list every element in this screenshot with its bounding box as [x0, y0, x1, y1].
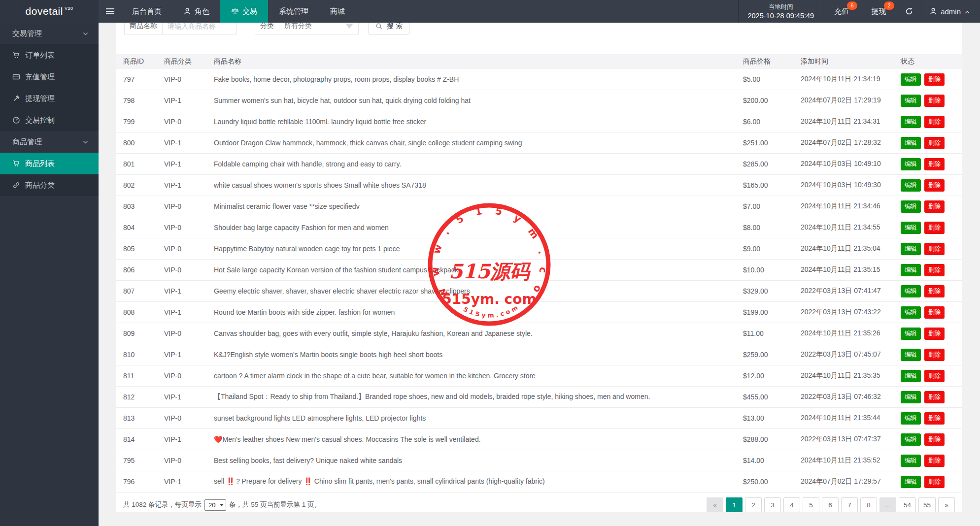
category-label: 分类	[255, 23, 279, 34]
cell-product-id: 810	[116, 344, 164, 365]
delete-button[interactable]: 删除	[924, 349, 945, 361]
sidebar-item-product-list[interactable]: 商品列表	[0, 153, 99, 174]
recharge-link[interactable]: 充值 6	[823, 0, 860, 23]
nav-item-mall[interactable]: 商城	[319, 0, 356, 23]
table-footer: 共 1082 条记录，每页显示 20 条，共 55 页当前显示第 1 页。 «1…	[123, 497, 955, 512]
delete-button[interactable]: 删除	[924, 179, 945, 192]
search-button[interactable]: 搜 索	[369, 23, 409, 34]
topbar: dovetail V20 后台首页角色交易系统管理商城 当地时间 2025-10…	[0, 0, 980, 23]
edit-button[interactable]: 编辑	[901, 391, 921, 403]
page-button-p2[interactable]: 2	[745, 497, 762, 512]
chevron-down-icon	[345, 24, 353, 29]
page-button-prev[interactable]: «	[707, 497, 723, 512]
cell-added-time: 2022年03月13日 07:47:37	[801, 429, 901, 450]
delete-button[interactable]: 删除	[924, 391, 945, 403]
edit-button[interactable]: 编辑	[901, 200, 921, 213]
edit-button[interactable]: 编辑	[901, 476, 921, 488]
chevdown-icon	[82, 31, 89, 37]
edit-button[interactable]: 编辑	[901, 222, 921, 234]
col-product-price: 商品价格	[743, 54, 801, 69]
delete-button[interactable]: 删除	[924, 222, 945, 234]
cell-added-time: 2024年10月11日 21:34:19	[801, 69, 901, 90]
edit-button[interactable]: 编辑	[901, 412, 921, 425]
delete-button[interactable]: 删除	[924, 95, 945, 107]
edit-button[interactable]: 编辑	[901, 264, 921, 276]
edit-button[interactable]: 编辑	[901, 328, 921, 340]
edit-button[interactable]: 编辑	[901, 137, 921, 149]
delete-button[interactable]: 删除	[924, 306, 945, 319]
edit-button[interactable]: 编辑	[901, 433, 921, 446]
cell-status: 编辑删除	[901, 429, 962, 450]
page-button-gap[interactable]: ...	[879, 497, 896, 512]
product-table-body: 797VIP-0Fake books, home decor, photogra…	[116, 69, 962, 493]
delete-button[interactable]: 删除	[924, 137, 945, 149]
page-button-p3[interactable]: 3	[764, 497, 781, 512]
nav-item-home[interactable]: 后台首页	[121, 0, 172, 23]
product-name-input[interactable]	[162, 23, 237, 34]
page-button-p1[interactable]: 1	[726, 497, 743, 512]
sidebar-group-trade-mgmt[interactable]: 交易管理	[0, 23, 99, 44]
sidebar-group-product-mgmt[interactable]: 商品管理	[0, 131, 99, 153]
refresh-button[interactable]	[897, 0, 921, 23]
admin-menu[interactable]: admin	[921, 0, 980, 23]
delete-button[interactable]: 删除	[924, 328, 945, 340]
delete-button[interactable]: 删除	[924, 285, 945, 297]
sidebar-item-recharge-mgmt[interactable]: 充值管理	[0, 66, 99, 88]
nav-item-trade[interactable]: 交易	[220, 0, 268, 23]
page-button-p8[interactable]: 8	[860, 497, 877, 512]
sidebar-item-order-list[interactable]: 订单列表	[0, 44, 99, 66]
page-button-p6[interactable]: 6	[822, 497, 839, 512]
nav-item-label: 后台首页	[132, 7, 162, 16]
cell-product-id: 797	[116, 69, 164, 90]
nav-item-system[interactable]: 系统管理	[268, 0, 319, 23]
page-button-p5[interactable]: 5	[803, 497, 819, 512]
delete-button[interactable]: 删除	[924, 158, 945, 170]
edit-button[interactable]: 编辑	[901, 370, 921, 382]
edit-button[interactable]: 编辑	[901, 349, 921, 361]
edit-button[interactable]: 编辑	[901, 306, 921, 319]
category-select[interactable]: 所有分类	[279, 23, 359, 34]
sidebar-item-withdraw-mgmt[interactable]: 提现管理	[0, 88, 99, 109]
edit-button[interactable]: 编辑	[901, 73, 921, 86]
delete-button[interactable]: 删除	[924, 200, 945, 213]
sidebar-item-product-category[interactable]: 商品分类	[0, 174, 99, 196]
delete-button[interactable]: 删除	[924, 433, 945, 446]
page-button-p54[interactable]: 54	[899, 497, 916, 512]
cell-product-price: $250.00	[743, 471, 801, 493]
gavel-icon	[12, 95, 20, 102]
cell-added-time: 2024年10月11日 21:34:31	[801, 111, 901, 132]
cell-status: 编辑删除	[901, 196, 962, 217]
menu-toggle-icon[interactable]	[99, 0, 121, 23]
cell-status: 编辑删除	[901, 387, 962, 408]
withdraw-link[interactable]: 提现 2	[860, 0, 897, 23]
edit-button[interactable]: 编辑	[901, 243, 921, 255]
delete-button[interactable]: 删除	[924, 476, 945, 488]
cell-product-category: VIP-0	[164, 408, 214, 429]
delete-button[interactable]: 删除	[924, 370, 945, 382]
delete-button[interactable]: 删除	[924, 73, 945, 86]
delete-button[interactable]: 删除	[924, 243, 945, 255]
delete-button[interactable]: 删除	[924, 455, 945, 467]
page-button-p55[interactable]: 55	[918, 497, 936, 512]
cell-product-category: VIP-0	[164, 450, 214, 471]
edit-button[interactable]: 编辑	[901, 285, 921, 297]
page-size-select[interactable]: 20	[204, 499, 226, 511]
cell-product-category: VIP-1	[164, 90, 214, 111]
nav-item-roles[interactable]: 角色	[172, 0, 220, 23]
edit-button[interactable]: 编辑	[901, 179, 921, 192]
edit-button[interactable]: 编辑	[901, 455, 921, 467]
delete-button[interactable]: 删除	[924, 116, 945, 128]
edit-button[interactable]: 编辑	[901, 95, 921, 107]
edit-button[interactable]: 编辑	[901, 158, 921, 170]
page-button-next[interactable]: »	[938, 497, 955, 512]
page-button-p4[interactable]: 4	[783, 497, 800, 512]
delete-button[interactable]: 删除	[924, 264, 945, 276]
page-button-p7[interactable]: 7	[841, 497, 858, 512]
delete-button[interactable]: 删除	[924, 412, 945, 425]
cell-added-time: 2024年10月11日 21:35:35	[801, 365, 901, 387]
edit-button[interactable]: 编辑	[901, 116, 921, 128]
sidebar-item-trade-control[interactable]: 交易控制	[0, 109, 99, 131]
cell-product-id: 803	[116, 196, 164, 217]
sidebar-item-label: 提现管理	[25, 94, 55, 103]
app-logo: dovetail V20	[0, 0, 99, 23]
